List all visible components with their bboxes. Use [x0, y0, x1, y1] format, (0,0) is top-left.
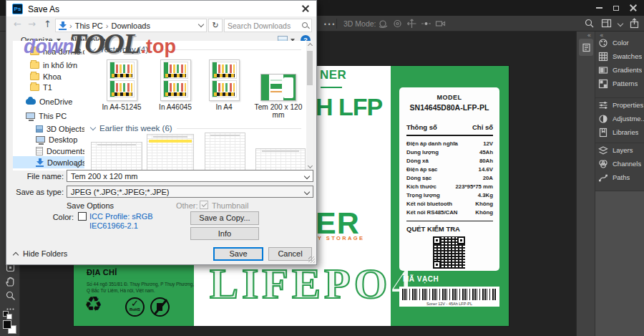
file-name-value[interactable]: [67, 171, 300, 181]
chevron-down-icon[interactable]: [198, 21, 204, 27]
search-input[interactable]: [228, 20, 299, 31]
group-header-earlier[interactable]: Earlier this week (6): [91, 124, 301, 133]
spec-col1: Thông số: [406, 123, 437, 131]
sidebar-item-onedrive[interactable]: OneDrive: [13, 95, 84, 107]
camera-3d-icon[interactable]: [435, 19, 446, 29]
orbit-3d-icon[interactable]: [378, 19, 389, 29]
history-panel-icon[interactable]: [579, 39, 593, 56]
panel-gradients[interactable]: Gradients: [595, 63, 644, 77]
file-name: Tem 200 x 120 mm: [250, 103, 306, 119]
file-item[interactable]: In A4: [200, 58, 248, 111]
file-thumbnail-sheet[interactable]: [147, 134, 194, 171]
sidebar-item-downloads[interactable]: Downloads: [13, 156, 84, 168]
icc-profile-text[interactable]: ICC Profile: sRGB: [89, 212, 153, 221]
chevron-down-icon[interactable]: [304, 189, 310, 195]
scrollbar-thumb[interactable]: [307, 51, 313, 85]
more-options-icon[interactable]: •••: [323, 21, 336, 28]
minimize-icon[interactable]: [591, 0, 607, 16]
file-list-scrollbar[interactable]: [306, 41, 313, 171]
breadcrumb[interactable]: › This PC › Downloads: [55, 19, 207, 32]
info-button[interactable]: Info: [190, 227, 259, 240]
group-header-yesterday[interactable]: Yesterday (4): [91, 45, 301, 54]
save-button[interactable]: Save: [213, 247, 263, 261]
roll-3d-icon[interactable]: [392, 19, 403, 29]
model-label: MODEL: [399, 94, 499, 101]
file-item[interactable]: Tem 200 x 120 mm: [250, 58, 306, 119]
save-type-select[interactable]: JPEG (*.JPG;*.JPEG;*.JPE): [67, 186, 313, 198]
sidebar-item-this-pc[interactable]: This PC: [13, 110, 84, 122]
resize-grip[interactable]: [308, 256, 315, 263]
zoom-tool[interactable]: [3, 289, 17, 302]
panel-channels[interactable]: Channels: [595, 157, 644, 171]
panel-label: Properties: [613, 101, 643, 109]
sidebar-item-label: in khổ lớn: [43, 61, 77, 69]
spec-value: 223*95*75 mm: [456, 183, 493, 190]
panel-layers[interactable]: Layers: [595, 143, 644, 157]
hide-folders-button[interactable]: Hide Folders: [14, 249, 67, 258]
restore-icon[interactable]: [608, 0, 624, 16]
back-icon[interactable]: ←: [14, 19, 21, 29]
foreground-color-swatch[interactable]: [3, 320, 11, 329]
sidebar-item-folder[interactable]: T1: [13, 81, 84, 93]
spec-value: 4.3Kg: [478, 192, 493, 198]
sidebar-item-desktop[interactable]: Desktop: [13, 133, 84, 145]
group-label: Earlier this week (6): [99, 124, 172, 133]
slide-3d-icon[interactable]: [421, 19, 431, 29]
sidebar-item-label: Khoa: [43, 72, 62, 81]
dialog-title: Save As: [28, 4, 59, 14]
default-colors-icon[interactable]: [3, 311, 13, 318]
workspace-icon[interactable]: [601, 18, 612, 32]
brand-wordmark-fragment: NER: [320, 68, 346, 82]
group-label: Yesterday (4): [99, 45, 148, 54]
scroll-down-icon[interactable]: [307, 163, 312, 168]
panel-color[interactable]: Color: [595, 36, 644, 49]
chevron-down-icon[interactable]: [618, 21, 623, 27]
refresh-button[interactable]: ↻: [208, 19, 223, 32]
cancel-button[interactable]: Cancel: [268, 247, 312, 261]
panel-libraries[interactable]: Libraries: [595, 125, 644, 139]
hand-tool[interactable]: [3, 275, 17, 288]
panel-paths[interactable]: Paths: [595, 171, 644, 184]
up-icon[interactable]: ↑: [44, 19, 52, 29]
thumbnail-checkbox[interactable]: [200, 201, 208, 209]
share-icon[interactable]: [629, 18, 640, 32]
panel-adjustments[interactable]: Adjustme...: [595, 112, 644, 125]
panel-properties[interactable]: Properties: [595, 98, 644, 112]
file-thumbnail-sheet[interactable]: [91, 142, 142, 171]
save-type-label: Save as type:: [14, 188, 64, 196]
search-icon[interactable]: [584, 18, 595, 32]
sidebar-item-folder[interactable]: hoa đơn lẻ cho k: [13, 45, 84, 57]
pan-3d-icon[interactable]: [406, 19, 417, 29]
chevron-down-icon[interactable]: [304, 173, 310, 179]
hide-folders-label: Hide Folders: [23, 249, 67, 258]
save-a-copy-button[interactable]: Save a Copy...: [190, 211, 259, 225]
forward-icon[interactable]: →: [28, 19, 36, 29]
foreground-background-swatches[interactable]: [2, 320, 18, 335]
file-thumbnail-sheet[interactable]: [255, 148, 306, 171]
panel-swatches[interactable]: Swatches: [595, 49, 644, 63]
file-name-input[interactable]: [67, 170, 313, 182]
breadcrumb-this-pc[interactable]: This PC: [75, 21, 103, 30]
thumbnail-a4-labels: [209, 59, 240, 101]
qr-finder: [433, 261, 441, 269]
folder-icon: [30, 48, 39, 55]
scroll-up-icon[interactable]: [307, 43, 312, 48]
file-thumbnail-sheet[interactable]: [205, 133, 245, 171]
panel-patterns[interactable]: Patterns: [595, 77, 644, 90]
spec-value: 12V: [483, 140, 493, 147]
icc-profile-text[interactable]: IEC61966-2.1: [89, 221, 138, 230]
file-item[interactable]: In A4-51245: [98, 58, 145, 111]
close-icon[interactable]: [625, 0, 641, 16]
model-value: SN14645D80A-LFP-PL: [399, 103, 499, 112]
sidebar-item-folder[interactable]: in khổ lớn: [13, 59, 84, 71]
sidebar-item-documents[interactable]: Documents: [13, 145, 84, 157]
icc-profile-checkbox[interactable]: [78, 212, 87, 221]
collapse-panels-icon[interactable]: «: [587, 32, 591, 39]
file-item[interactable]: In A46045: [152, 58, 199, 111]
breadcrumb-downloads[interactable]: Downloads: [111, 21, 150, 30]
dialog-close-icon[interactable]: [301, 4, 311, 14]
crumb-separator: ›: [69, 21, 72, 30]
panel-group: Color Swatches Gradients Patterns: [595, 36, 644, 90]
thumbnail-content: [163, 80, 188, 97]
panel-label: Swatches: [613, 52, 642, 60]
